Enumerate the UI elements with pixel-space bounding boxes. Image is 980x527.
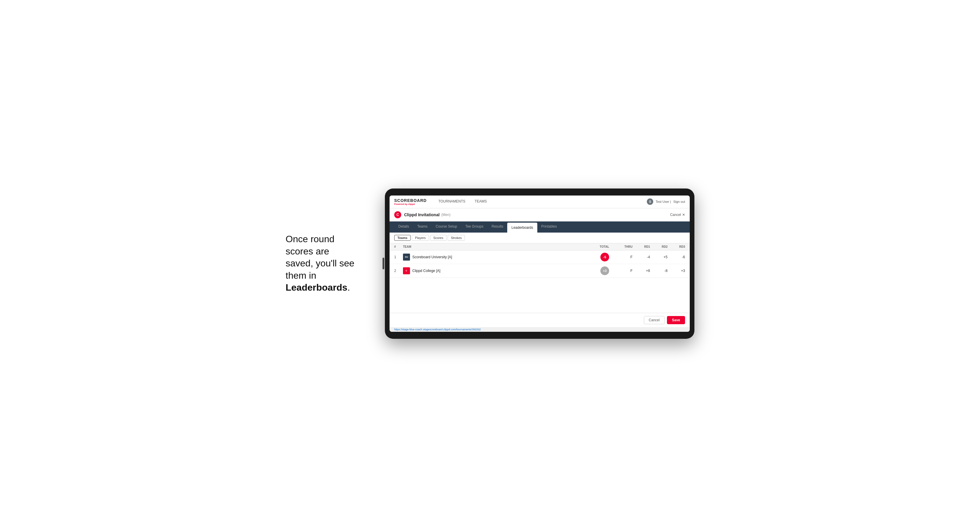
rd3-val: -6 bbox=[668, 255, 685, 259]
tournament-gender: (Men) bbox=[441, 213, 450, 217]
filter-bar: Teams Players Scores Strokes bbox=[390, 233, 690, 243]
cancel-tournament-button[interactable]: Cancel ✕ bbox=[670, 213, 685, 217]
col-team: TEAM bbox=[403, 245, 586, 248]
thru-val: F bbox=[609, 269, 633, 273]
rd1-val: +8 bbox=[633, 269, 650, 273]
row-rank: 1 bbox=[394, 255, 403, 259]
sub-nav: Details Teams Course Setup Tee Groups Re… bbox=[390, 221, 690, 233]
tab-teams[interactable]: Teams bbox=[413, 221, 431, 233]
col-thru: THRU bbox=[609, 245, 633, 248]
tournament-icon: C bbox=[394, 211, 401, 218]
filter-players-button[interactable]: Players bbox=[412, 235, 429, 241]
page-wrapper: Once round scores are saved, you'll see … bbox=[286, 189, 694, 339]
side-button bbox=[383, 258, 384, 269]
team-cell: C Clippd College [A] bbox=[403, 267, 586, 274]
cancel-button[interactable]: Cancel bbox=[644, 316, 665, 324]
table-row: 2 C Clippd College [A] +3 F +8 -8 bbox=[390, 264, 690, 278]
url-bar: https://stage-blue-coach.stagescoreboard… bbox=[390, 327, 690, 332]
nav-links: TOURNAMENTS TEAMS bbox=[434, 195, 647, 208]
thru-val: F bbox=[609, 255, 633, 259]
score-badge: +3 bbox=[600, 267, 609, 275]
table-header: # TEAM TOTAL THRU RD1 RD2 RD3 bbox=[390, 243, 690, 250]
team-cell: SU Scoreboard University [A] bbox=[403, 254, 586, 260]
filter-strokes-button[interactable]: Strokes bbox=[448, 235, 465, 241]
col-total: TOTAL bbox=[586, 245, 609, 248]
score-badge: -5 bbox=[600, 253, 609, 262]
top-nav: SCOREBOARD Powered by clippd TOURNAMENTS… bbox=[390, 195, 690, 208]
tab-printables[interactable]: Printables bbox=[537, 221, 561, 233]
team-logo: C bbox=[403, 267, 410, 274]
team-name: Clippd College [A] bbox=[412, 269, 441, 273]
logo-area: SCOREBOARD Powered by clippd bbox=[394, 198, 426, 205]
rd3-val: +3 bbox=[668, 269, 685, 273]
filter-teams-button[interactable]: Teams bbox=[394, 235, 410, 241]
col-rd3: RD3 bbox=[668, 245, 685, 248]
tournament-name: Clippd Invitational bbox=[404, 213, 439, 217]
tab-results[interactable]: Results bbox=[487, 221, 507, 233]
tablet-screen: SCOREBOARD Powered by clippd TOURNAMENTS… bbox=[390, 195, 690, 332]
col-rd2: RD2 bbox=[650, 245, 668, 248]
col-rd1: RD1 bbox=[633, 245, 650, 248]
rd2-val: +5 bbox=[650, 255, 668, 259]
table-row: 1 SU Scoreboard University [A] -5 F -4 bbox=[390, 250, 690, 264]
tab-course-setup[interactable]: Course Setup bbox=[431, 221, 461, 233]
row-rank: 2 bbox=[394, 269, 403, 273]
nav-right: S Test User | Sign out bbox=[647, 198, 685, 205]
user-name: Test User | bbox=[655, 200, 671, 203]
total-cell: +3 bbox=[586, 267, 609, 275]
nav-tournaments[interactable]: TOURNAMENTS bbox=[434, 195, 470, 208]
rd1-val: -4 bbox=[633, 255, 650, 259]
tablet-device: SCOREBOARD Powered by clippd TOURNAMENTS… bbox=[385, 189, 694, 339]
user-avatar: S bbox=[647, 198, 653, 205]
save-button[interactable]: Save bbox=[667, 316, 685, 324]
left-description: Once round scores are saved, you'll see … bbox=[286, 233, 368, 294]
rd2-val: -8 bbox=[650, 269, 668, 273]
footer-bar: Cancel Save bbox=[390, 313, 690, 327]
col-rank: # bbox=[394, 245, 403, 248]
logo-scoreboard: SCOREBOARD bbox=[394, 198, 426, 203]
team-logo: SU bbox=[403, 254, 410, 260]
sign-out-link[interactable]: Sign out bbox=[673, 200, 685, 203]
leaderboard-table: # TEAM TOTAL THRU RD1 RD2 RD3 1 SU Scor bbox=[390, 243, 690, 278]
content-spacer bbox=[390, 278, 690, 313]
team-name: Scoreboard University [A] bbox=[412, 255, 452, 259]
tournament-header: C Clippd Invitational (Men) Cancel ✕ bbox=[390, 208, 690, 221]
logo-powered: Powered by clippd bbox=[394, 203, 426, 205]
filter-scores-button[interactable]: Scores bbox=[430, 235, 447, 241]
tab-leaderboards[interactable]: Leaderboards bbox=[507, 223, 537, 233]
total-cell: -5 bbox=[586, 253, 609, 262]
tab-details[interactable]: Details bbox=[394, 221, 413, 233]
nav-teams[interactable]: TEAMS bbox=[470, 195, 492, 208]
tab-tee-groups[interactable]: Tee Groups bbox=[461, 221, 487, 233]
